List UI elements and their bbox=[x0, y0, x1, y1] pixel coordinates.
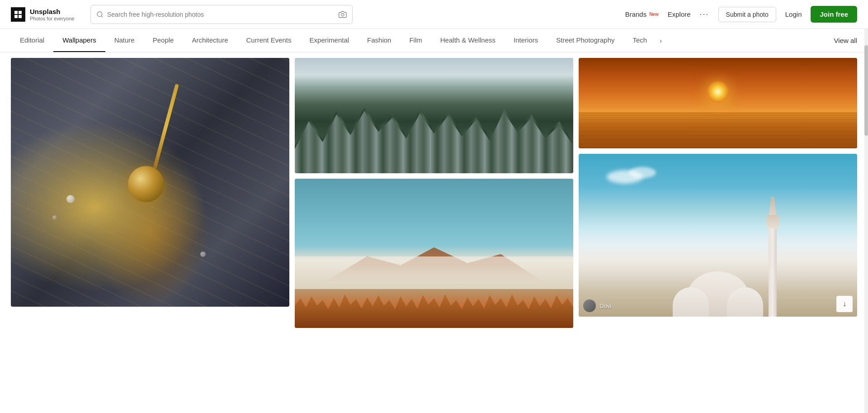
cat-people[interactable]: People bbox=[144, 29, 183, 52]
photo-card-desert[interactable] bbox=[295, 179, 573, 328]
category-chevron-right[interactable]: › bbox=[656, 30, 665, 52]
header: Unsplash Photos for everyone Brands New … bbox=[0, 0, 868, 29]
cat-fashion[interactable]: Fashion bbox=[358, 29, 400, 52]
logo[interactable]: Unsplash Photos for everyone bbox=[11, 7, 83, 22]
logo-tagline: Photos for everyone bbox=[30, 16, 74, 21]
cat-nature[interactable]: Nature bbox=[105, 29, 144, 52]
cat-experimental[interactable]: Experimental bbox=[301, 29, 359, 52]
photo-col-1 bbox=[11, 58, 289, 328]
photo-grid: ♡ + Dovi ↓ bbox=[0, 52, 868, 333]
explore-link[interactable]: Explore bbox=[668, 10, 691, 18]
join-button[interactable]: Join free bbox=[811, 6, 857, 23]
cat-architecture[interactable]: Architecture bbox=[183, 29, 237, 52]
author-avatar bbox=[583, 299, 596, 312]
nav-right: Brands New Explore ··· Submit a photo Lo… bbox=[625, 6, 857, 23]
add-to-collection-button[interactable]: + bbox=[836, 158, 853, 175]
camera-icon[interactable] bbox=[339, 10, 347, 19]
logo-name: Unsplash bbox=[30, 8, 74, 16]
photo-card-mosque[interactable]: ♡ + Dovi ↓ bbox=[579, 154, 857, 317]
cat-wallpapers[interactable]: Wallpapers bbox=[53, 29, 105, 52]
svg-point-4 bbox=[97, 12, 102, 17]
brands-link[interactable]: Brands New bbox=[625, 10, 659, 18]
svg-rect-0 bbox=[14, 11, 18, 14]
photo-card-snow[interactable] bbox=[295, 58, 573, 173]
download-button[interactable]: ↓ bbox=[836, 296, 853, 312]
brands-new-badge: New bbox=[649, 12, 659, 17]
svg-rect-1 bbox=[19, 11, 22, 14]
cat-film[interactable]: Film bbox=[400, 29, 431, 52]
photo-author: Dovi bbox=[583, 299, 611, 312]
photo-col-2 bbox=[295, 58, 573, 328]
submit-photo-button[interactable]: Submit a photo bbox=[718, 7, 776, 22]
search-bar[interactable] bbox=[90, 5, 353, 24]
cat-health-wellness[interactable]: Health & Wellness bbox=[431, 29, 505, 52]
photo-col-3: ♡ + Dovi ↓ bbox=[579, 58, 857, 328]
cat-tech[interactable]: Tech bbox=[624, 29, 656, 52]
logo-icon bbox=[11, 7, 25, 22]
photo-card-sunset[interactable] bbox=[579, 58, 857, 148]
svg-point-6 bbox=[341, 13, 344, 16]
search-icon bbox=[96, 11, 104, 18]
search-input[interactable] bbox=[107, 11, 335, 18]
svg-line-5 bbox=[101, 16, 103, 17]
view-all-link[interactable]: View all bbox=[825, 29, 857, 52]
category-nav: Editorial Wallpapers Nature People Archi… bbox=[0, 29, 868, 52]
cat-editorial[interactable]: Editorial bbox=[11, 29, 53, 52]
svg-rect-2 bbox=[14, 15, 18, 18]
cat-street-photography[interactable]: Street Photography bbox=[547, 29, 623, 52]
svg-rect-3 bbox=[19, 15, 22, 18]
cat-interiors[interactable]: Interiors bbox=[505, 29, 547, 52]
scrollbar-thumb[interactable] bbox=[864, 45, 868, 136]
cat-current-events[interactable]: Current Events bbox=[237, 29, 300, 52]
login-button[interactable]: Login bbox=[785, 10, 802, 18]
more-menu[interactable]: ··· bbox=[700, 9, 709, 19]
scrollbar[interactable] bbox=[864, 0, 868, 333]
author-name: Dovi bbox=[599, 303, 611, 309]
like-button[interactable]: ♡ bbox=[816, 158, 833, 175]
photo-card-marble[interactable] bbox=[11, 58, 289, 307]
